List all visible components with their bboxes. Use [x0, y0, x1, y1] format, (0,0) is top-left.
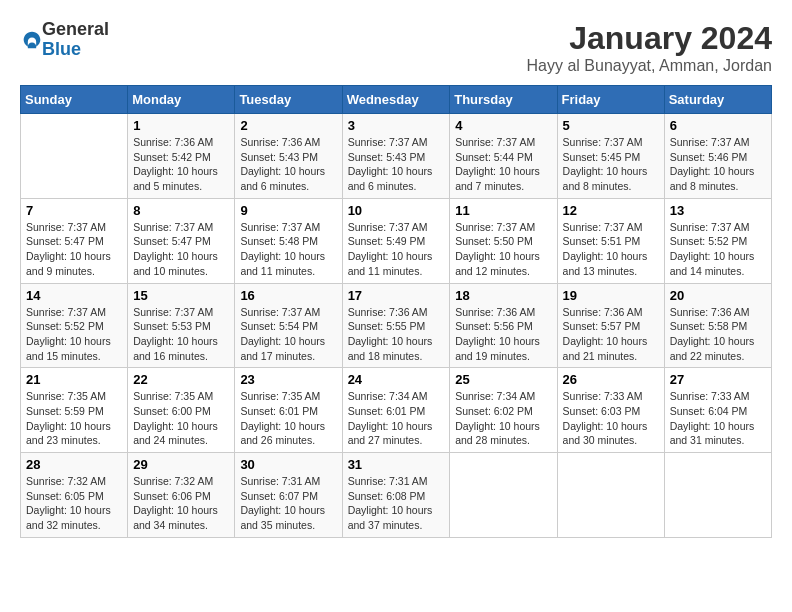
- calendar-week-row: 28Sunrise: 7:32 AMSunset: 6:05 PMDayligh…: [21, 453, 772, 538]
- day-number: 19: [563, 288, 659, 303]
- calendar-cell: 3Sunrise: 7:37 AMSunset: 5:43 PMDaylight…: [342, 114, 450, 199]
- page-header: General Blue January 2024 Hayy al Bunayy…: [20, 20, 772, 75]
- day-of-week-header: Saturday: [664, 86, 771, 114]
- day-number: 28: [26, 457, 122, 472]
- logo-icon: [22, 30, 42, 50]
- day-number: 29: [133, 457, 229, 472]
- calendar-cell: 22Sunrise: 7:35 AMSunset: 6:00 PMDayligh…: [128, 368, 235, 453]
- day-info: Sunrise: 7:33 AMSunset: 6:03 PMDaylight:…: [563, 389, 659, 448]
- day-number: 3: [348, 118, 445, 133]
- day-info: Sunrise: 7:36 AMSunset: 5:55 PMDaylight:…: [348, 305, 445, 364]
- day-of-week-header: Wednesday: [342, 86, 450, 114]
- calendar-cell: [450, 453, 557, 538]
- day-info: Sunrise: 7:37 AMSunset: 5:50 PMDaylight:…: [455, 220, 551, 279]
- day-of-week-header: Thursday: [450, 86, 557, 114]
- day-info: Sunrise: 7:34 AMSunset: 6:02 PMDaylight:…: [455, 389, 551, 448]
- day-number: 9: [240, 203, 336, 218]
- calendar-cell: [557, 453, 664, 538]
- day-number: 5: [563, 118, 659, 133]
- day-info: Sunrise: 7:37 AMSunset: 5:52 PMDaylight:…: [26, 305, 122, 364]
- day-number: 10: [348, 203, 445, 218]
- day-number: 26: [563, 372, 659, 387]
- day-info: Sunrise: 7:31 AMSunset: 6:07 PMDaylight:…: [240, 474, 336, 533]
- calendar-cell: 18Sunrise: 7:36 AMSunset: 5:56 PMDayligh…: [450, 283, 557, 368]
- day-number: 27: [670, 372, 766, 387]
- day-number: 11: [455, 203, 551, 218]
- day-info: Sunrise: 7:37 AMSunset: 5:43 PMDaylight:…: [348, 135, 445, 194]
- calendar-week-row: 14Sunrise: 7:37 AMSunset: 5:52 PMDayligh…: [21, 283, 772, 368]
- day-number: 23: [240, 372, 336, 387]
- day-info: Sunrise: 7:36 AMSunset: 5:42 PMDaylight:…: [133, 135, 229, 194]
- logo-blue-text: Blue: [42, 39, 81, 59]
- calendar-cell: 11Sunrise: 7:37 AMSunset: 5:50 PMDayligh…: [450, 198, 557, 283]
- day-info: Sunrise: 7:35 AMSunset: 6:01 PMDaylight:…: [240, 389, 336, 448]
- day-info: Sunrise: 7:37 AMSunset: 5:46 PMDaylight:…: [670, 135, 766, 194]
- day-info: Sunrise: 7:37 AMSunset: 5:45 PMDaylight:…: [563, 135, 659, 194]
- day-number: 22: [133, 372, 229, 387]
- day-info: Sunrise: 7:36 AMSunset: 5:57 PMDaylight:…: [563, 305, 659, 364]
- day-number: 25: [455, 372, 551, 387]
- calendar-cell: 7Sunrise: 7:37 AMSunset: 5:47 PMDaylight…: [21, 198, 128, 283]
- day-number: 21: [26, 372, 122, 387]
- day-number: 2: [240, 118, 336, 133]
- day-number: 6: [670, 118, 766, 133]
- day-info: Sunrise: 7:35 AMSunset: 6:00 PMDaylight:…: [133, 389, 229, 448]
- day-info: Sunrise: 7:36 AMSunset: 5:56 PMDaylight:…: [455, 305, 551, 364]
- calendar-week-row: 7Sunrise: 7:37 AMSunset: 5:47 PMDaylight…: [21, 198, 772, 283]
- calendar-cell: 31Sunrise: 7:31 AMSunset: 6:08 PMDayligh…: [342, 453, 450, 538]
- day-info: Sunrise: 7:37 AMSunset: 5:48 PMDaylight:…: [240, 220, 336, 279]
- day-number: 12: [563, 203, 659, 218]
- logo: General Blue: [20, 20, 109, 60]
- day-of-week-header: Friday: [557, 86, 664, 114]
- calendar-cell: 12Sunrise: 7:37 AMSunset: 5:51 PMDayligh…: [557, 198, 664, 283]
- calendar-cell: 24Sunrise: 7:34 AMSunset: 6:01 PMDayligh…: [342, 368, 450, 453]
- day-info: Sunrise: 7:37 AMSunset: 5:49 PMDaylight:…: [348, 220, 445, 279]
- day-number: 20: [670, 288, 766, 303]
- calendar-week-row: 21Sunrise: 7:35 AMSunset: 5:59 PMDayligh…: [21, 368, 772, 453]
- calendar-cell: 20Sunrise: 7:36 AMSunset: 5:58 PMDayligh…: [664, 283, 771, 368]
- calendar-cell: 5Sunrise: 7:37 AMSunset: 5:45 PMDaylight…: [557, 114, 664, 199]
- calendar-cell: [664, 453, 771, 538]
- day-info: Sunrise: 7:37 AMSunset: 5:52 PMDaylight:…: [670, 220, 766, 279]
- calendar-cell: 29Sunrise: 7:32 AMSunset: 6:06 PMDayligh…: [128, 453, 235, 538]
- day-number: 14: [26, 288, 122, 303]
- title-block: January 2024 Hayy al Bunayyat, Amman, Jo…: [527, 20, 772, 75]
- calendar-header-row: SundayMondayTuesdayWednesdayThursdayFrid…: [21, 86, 772, 114]
- day-of-week-header: Monday: [128, 86, 235, 114]
- day-info: Sunrise: 7:37 AMSunset: 5:47 PMDaylight:…: [133, 220, 229, 279]
- calendar-table: SundayMondayTuesdayWednesdayThursdayFrid…: [20, 85, 772, 538]
- day-number: 13: [670, 203, 766, 218]
- day-info: Sunrise: 7:32 AMSunset: 6:06 PMDaylight:…: [133, 474, 229, 533]
- calendar-cell: 26Sunrise: 7:33 AMSunset: 6:03 PMDayligh…: [557, 368, 664, 453]
- calendar-cell: 19Sunrise: 7:36 AMSunset: 5:57 PMDayligh…: [557, 283, 664, 368]
- day-info: Sunrise: 7:32 AMSunset: 6:05 PMDaylight:…: [26, 474, 122, 533]
- day-info: Sunrise: 7:37 AMSunset: 5:54 PMDaylight:…: [240, 305, 336, 364]
- day-of-week-header: Sunday: [21, 86, 128, 114]
- day-number: 24: [348, 372, 445, 387]
- calendar-cell: 9Sunrise: 7:37 AMSunset: 5:48 PMDaylight…: [235, 198, 342, 283]
- calendar-cell: 30Sunrise: 7:31 AMSunset: 6:07 PMDayligh…: [235, 453, 342, 538]
- day-number: 1: [133, 118, 229, 133]
- calendar-cell: 1Sunrise: 7:36 AMSunset: 5:42 PMDaylight…: [128, 114, 235, 199]
- day-info: Sunrise: 7:35 AMSunset: 5:59 PMDaylight:…: [26, 389, 122, 448]
- day-info: Sunrise: 7:34 AMSunset: 6:01 PMDaylight:…: [348, 389, 445, 448]
- day-info: Sunrise: 7:37 AMSunset: 5:47 PMDaylight:…: [26, 220, 122, 279]
- day-info: Sunrise: 7:37 AMSunset: 5:51 PMDaylight:…: [563, 220, 659, 279]
- day-info: Sunrise: 7:33 AMSunset: 6:04 PMDaylight:…: [670, 389, 766, 448]
- calendar-cell: 6Sunrise: 7:37 AMSunset: 5:46 PMDaylight…: [664, 114, 771, 199]
- calendar-cell: 14Sunrise: 7:37 AMSunset: 5:52 PMDayligh…: [21, 283, 128, 368]
- day-number: 31: [348, 457, 445, 472]
- day-number: 15: [133, 288, 229, 303]
- calendar-cell: 2Sunrise: 7:36 AMSunset: 5:43 PMDaylight…: [235, 114, 342, 199]
- calendar-cell: 8Sunrise: 7:37 AMSunset: 5:47 PMDaylight…: [128, 198, 235, 283]
- calendar-cell: 15Sunrise: 7:37 AMSunset: 5:53 PMDayligh…: [128, 283, 235, 368]
- location-text: Hayy al Bunayyat, Amman, Jordan: [527, 57, 772, 75]
- day-info: Sunrise: 7:31 AMSunset: 6:08 PMDaylight:…: [348, 474, 445, 533]
- day-number: 18: [455, 288, 551, 303]
- calendar-cell: 23Sunrise: 7:35 AMSunset: 6:01 PMDayligh…: [235, 368, 342, 453]
- calendar-cell: [21, 114, 128, 199]
- day-number: 7: [26, 203, 122, 218]
- calendar-cell: 10Sunrise: 7:37 AMSunset: 5:49 PMDayligh…: [342, 198, 450, 283]
- logo-general-text: General: [42, 19, 109, 39]
- calendar-cell: 28Sunrise: 7:32 AMSunset: 6:05 PMDayligh…: [21, 453, 128, 538]
